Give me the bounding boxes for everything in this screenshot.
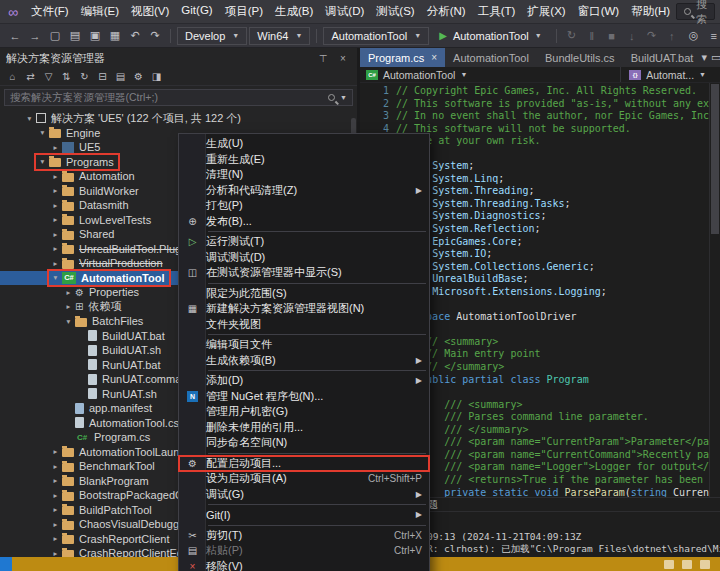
context-menu-item[interactable]: 生成(U)	[179, 136, 429, 152]
menu-item-4[interactable]: 项目(P)	[219, 1, 269, 22]
bell-icon[interactable]	[700, 560, 710, 569]
context-menu-item[interactable]: 清理(N)	[179, 167, 429, 183]
project-context-dropdown[interactable]: AutomationTool	[383, 69, 455, 81]
context-menu-item[interactable]: 生成依赖项(B)▶	[179, 353, 429, 369]
context-menu-item[interactable]: ⊕发布(B)...	[179, 214, 429, 230]
open-file-icon[interactable]: ▤	[66, 27, 84, 45]
git-branch-icon[interactable]	[664, 560, 674, 569]
context-menu-item[interactable]: 分析和代码清理(Z)▶	[179, 183, 429, 199]
stop-icon[interactable]: ■	[603, 27, 621, 45]
menu-item-7[interactable]: 测试(S)	[370, 1, 420, 22]
context-menu-item[interactable]: 设为启动项目(A)Ctrl+Shift+P	[179, 471, 429, 487]
menu-item-11[interactable]: 窗口(W)	[572, 1, 626, 22]
editor-tab[interactable]: AutomationTool	[445, 48, 537, 67]
context-menu-item[interactable]: 调试测试(D)	[179, 250, 429, 266]
tree-item[interactable]: ▾解决方案 'UE5' (122 个项目, 共 122 个)	[0, 111, 357, 126]
context-menu-item[interactable]: Git(I)▶	[179, 507, 429, 523]
line-number: 3	[360, 110, 389, 123]
properties-icon[interactable]: ⚙	[130, 69, 147, 85]
tree-item-content: ▸Shared	[50, 228, 117, 240]
editor-tab[interactable]: BuildUAT.bat	[623, 48, 702, 67]
step-out-icon[interactable]: ↑	[663, 27, 681, 45]
chevron-down-icon: ▼	[232, 32, 239, 39]
member-navigation-dropdown[interactable]: {} Automat... ▼	[620, 67, 714, 82]
menu-item-1[interactable]: 编辑(E)	[75, 1, 125, 22]
navigate-back-icon[interactable]: ←	[6, 27, 24, 45]
menu-item-2[interactable]: 视图(V)	[125, 1, 175, 22]
solution-platform-dropdown[interactable]: Win64 ▼	[249, 27, 310, 45]
menu-item-9[interactable]: 工具(T)	[472, 1, 522, 22]
close-icon[interactable]: ×	[431, 52, 437, 63]
step-into-icon[interactable]: ↓	[623, 27, 641, 45]
context-menu-item[interactable]: 打包(P)	[179, 198, 429, 214]
tree-item-content: ▾Engine	[37, 127, 103, 139]
context-menu-item[interactable]: 限定为此范围(S)	[179, 286, 429, 302]
context-menu-item[interactable]: ▷运行测试(T)	[179, 234, 429, 250]
file-cs-icon: C#	[75, 433, 89, 442]
menu-item-label: 粘贴(P)	[206, 543, 382, 558]
scrollbar-thumb[interactable]	[711, 84, 719, 234]
account-profile-label[interactable]: UE5	[715, 3, 720, 21]
refresh-icon[interactable]: ↻	[76, 69, 93, 85]
sync-with-active-document-icon[interactable]: ⇅	[58, 69, 75, 85]
context-menu-item[interactable]: 文件夹视图	[179, 317, 429, 333]
break-all-icon[interactable]: ‖	[583, 27, 601, 45]
filter-icon[interactable]: ▽	[40, 69, 57, 85]
preview-selected-items-icon[interactable]: ◨	[148, 69, 165, 85]
save-all-icon[interactable]: ▦	[106, 27, 124, 45]
sync-icon[interactable]	[682, 560, 692, 569]
editor-tab[interactable]: BundleUtils.cs	[537, 48, 623, 67]
menu-item-8[interactable]: 分析(N)	[421, 1, 472, 22]
context-menu-item[interactable]: ×移除(V)	[179, 559, 429, 571]
context-menu-item[interactable]: 同步命名空间(N)	[179, 435, 429, 451]
editor-scrollbar[interactable]	[709, 83, 720, 497]
collapse-all-icon[interactable]: ⊟	[94, 69, 111, 85]
start-debugging-button[interactable]: ▶ AutomationTool ▼	[431, 26, 549, 45]
context-menu-item[interactable]: N管理 NuGet 程序包(N)...	[179, 389, 429, 405]
menu-item-10[interactable]: 扩展(X)	[521, 1, 571, 22]
menu-item-6[interactable]: 调试(D)	[319, 1, 370, 22]
context-menu-item[interactable]: ✂剪切(T)Ctrl+X	[179, 528, 429, 544]
context-menu-item[interactable]: 重新生成(E)	[179, 152, 429, 168]
editor-tab[interactable]: Program.cs×	[360, 48, 445, 67]
context-menu-item[interactable]: 管理用户机密(G)	[179, 404, 429, 420]
editor-tab-bar: Program.cs×AutomationToolBundleUtils.csB…	[360, 48, 720, 67]
context-menu-item[interactable]: ⚙配置启动项目...	[179, 456, 429, 472]
find-in-files-icon[interactable]: ◎	[685, 27, 703, 45]
context-menu-item[interactable]: 编辑项目文件	[179, 337, 429, 353]
context-menu-item[interactable]: 调试(G)▶	[179, 487, 429, 503]
solution-icon	[36, 113, 46, 123]
navigate-forward-icon[interactable]: →	[26, 27, 44, 45]
menu-item-label: 运行测试(T)	[206, 234, 422, 249]
undo-icon[interactable]: ↶	[126, 27, 144, 45]
active-files-dropdown-icon[interactable]: ▾	[701, 51, 707, 64]
tree-item-label: BuildWorker	[79, 185, 139, 197]
context-menu-item[interactable]: 删除未使用的引用...	[179, 420, 429, 436]
show-all-files-icon[interactable]: ▤	[112, 69, 129, 85]
save-icon[interactable]: ▣	[86, 27, 104, 45]
startup-project-dropdown[interactable]: AutomationTool ▼	[323, 27, 429, 45]
context-menu-item[interactable]: ▦新建解决方案资源管理器视图(N)	[179, 301, 429, 317]
context-menu-item[interactable]: ▤粘贴(P)Ctrl+V	[179, 543, 429, 559]
step-over-icon[interactable]: ↷	[643, 27, 661, 45]
feedback-icon[interactable]	[0, 557, 12, 571]
toolbar-overflow-icon[interactable]: ≡	[705, 27, 720, 45]
switch-views-icon[interactable]: ⇄	[22, 69, 39, 85]
close-icon[interactable]: ×	[335, 53, 351, 64]
code-line: using System.Threading;	[396, 185, 709, 198]
window-layout-icon[interactable]: ▭	[711, 51, 720, 64]
context-menu-item[interactable]: ◫在测试资源管理器中显示(S)	[179, 265, 429, 281]
redo-icon[interactable]: ↷	[146, 27, 164, 45]
menu-item-3[interactable]: Git(G)	[175, 1, 218, 22]
menu-item-0[interactable]: 文件(F)	[25, 1, 75, 22]
hot-reload-icon[interactable]: ↻	[563, 27, 581, 45]
solution-configuration-dropdown[interactable]: Develop ▼	[177, 27, 247, 45]
pin-icon[interactable]: ⊤	[315, 53, 331, 64]
new-file-icon[interactable]: ▢	[46, 27, 64, 45]
solution-search-input[interactable]: 搜索解决方案资源管理器(Ctrl+;) ▼	[4, 89, 353, 106]
menu-item-12[interactable]: 帮助(H)	[625, 1, 676, 22]
menu-item-5[interactable]: 生成(B)	[269, 1, 319, 22]
quick-search-box[interactable]: 搜索	[676, 3, 715, 20]
context-menu-item[interactable]: 添加(D)▶	[179, 373, 429, 389]
home-icon[interactable]: ⌂	[4, 69, 21, 85]
